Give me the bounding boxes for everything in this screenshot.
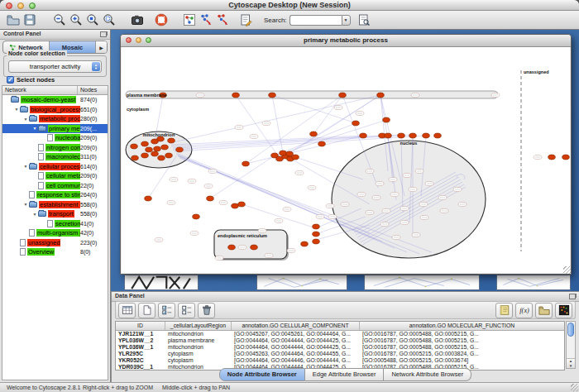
- nucleus-region[interactable]: [332, 141, 486, 258]
- network-node[interactable]: [154, 146, 161, 151]
- network-node[interactable]: [280, 151, 287, 155]
- zoom-fit-button[interactable]: [101, 12, 117, 28]
- network-view-titlebar[interactable]: primary metabolic process: [121, 35, 571, 47]
- background-window-thumbnail[interactable]: [124, 275, 199, 290]
- network-node[interactable]: [207, 196, 214, 201]
- expand-icon[interactable]: ▼: [22, 164, 29, 169]
- unselect-attributes-button[interactable]: [178, 303, 195, 318]
- table-row[interactable]: YLR295Ccytoplasm[GO:0045263, GO:0044464,…: [116, 351, 564, 357]
- network-edge[interactable]: [280, 95, 380, 159]
- window-titlebar[interactable]: Cytoscape Desktop (New Session): [0, 0, 579, 11]
- table-row[interactable]: YPL036W__1mitochondrion[GO:0044464, GO:0…: [116, 344, 564, 351]
- scrollbar-arrows[interactable]: ▲▼: [567, 358, 575, 368]
- tab-edge-attribute-browser[interactable]: Edge Attribute Browser: [305, 368, 385, 381]
- network-node[interactable]: [360, 133, 367, 138]
- select-nodes-checkbox[interactable]: ✓: [7, 76, 14, 84]
- more-tabs-button[interactable]: ▶: [96, 41, 107, 53]
- tree-row-transport[interactable]: ▼transport558(0): [2, 209, 108, 219]
- network-node[interactable]: [398, 133, 405, 138]
- zoom-view-icon[interactable]: [146, 37, 151, 43]
- delete-attribute-button[interactable]: [198, 303, 215, 318]
- network-node[interactable]: [193, 214, 200, 219]
- network-node[interactable]: [409, 133, 417, 138]
- search-options-button[interactable]: [356, 12, 372, 28]
- network-node[interactable]: [145, 196, 152, 201]
- network-node[interactable]: [562, 155, 570, 160]
- column-header[interactable]: _cellularLayoutRegion: [165, 322, 232, 330]
- network-node[interactable]: [269, 93, 276, 98]
- zoom-selected-button[interactable]: [84, 12, 101, 28]
- tree-row-response-to-stimulu[interactable]: response to stimulu264(0): [2, 190, 108, 200]
- network-node[interactable]: [131, 144, 138, 149]
- help-button[interactable]: [153, 12, 170, 28]
- table-scrollbar[interactable]: ▲▼: [566, 321, 576, 369]
- float-data-panel-icon[interactable]: [569, 294, 576, 299]
- background-window-thumbnail[interactable]: [256, 275, 347, 290]
- float-panel-icon[interactable]: [100, 31, 107, 37]
- import-attributes-button[interactable]: [535, 303, 553, 318]
- tree-row-biological-process[interactable]: ▼biological_process651(0): [2, 105, 108, 115]
- zoom-in-button[interactable]: [68, 12, 84, 28]
- network-node[interactable]: [318, 141, 326, 146]
- annotation-button[interactable]: [237, 12, 254, 28]
- plasma-membrane-region[interactable]: [126, 91, 498, 98]
- save-button[interactable]: [22, 12, 38, 28]
- tree-row-primary-metabo[interactable]: ▼primary metabo209(...: [2, 124, 108, 134]
- network-node[interactable]: [146, 147, 153, 152]
- network-node[interactable]: [383, 117, 390, 122]
- network-node[interactable]: [301, 241, 309, 246]
- minimize-view-icon[interactable]: [136, 37, 141, 43]
- network-node[interactable]: [313, 232, 320, 237]
- background-window-thumbnail[interactable]: [496, 275, 571, 290]
- network-node[interactable]: [548, 155, 556, 160]
- network-node[interactable]: [232, 93, 240, 98]
- network-node[interactable]: [232, 203, 239, 208]
- tab-node-attribute-browser[interactable]: Node Attribute Browser: [219, 368, 305, 381]
- network-node[interactable]: [132, 155, 139, 160]
- tree-header-network[interactable]: Network: [2, 86, 78, 94]
- network-node[interactable]: [165, 153, 173, 158]
- column-header[interactable]: annotation.GO CELLULAR_COMPONENT: [232, 322, 360, 330]
- network-node[interactable]: [161, 145, 169, 150]
- tree-header-nodes[interactable]: Nodes: [78, 86, 108, 94]
- tree-row-establishment-of-lo[interactable]: ▼establishment of lo558(0): [2, 200, 108, 210]
- network-edge[interactable]: [170, 95, 380, 143]
- network-node[interactable]: [168, 138, 175, 143]
- tab-network-attribute-browser[interactable]: Network Attribute Browser: [384, 368, 471, 381]
- network-node[interactable]: [242, 161, 250, 166]
- table-row[interactable]: YKR052Ccytoplasm[GO:0044464, GO:0044446,…: [116, 357, 564, 364]
- network-from-table-button[interactable]: [214, 12, 231, 28]
- snapshot-button[interactable]: [129, 12, 146, 28]
- tree-row-multi-organism-pro[interactable]: multi-organism pro42(0): [2, 228, 108, 238]
- app-resize-grip[interactable]: [571, 384, 578, 391]
- tree-row-metabolic-process[interactable]: ▼metabolic process280(0): [2, 114, 108, 124]
- network-view-window[interactable]: primary metabolic process plasma membran…: [120, 34, 572, 275]
- network-node[interactable]: [176, 147, 184, 152]
- tree-row-nitrogen-compo[interactable]: nitrogen compo209(0): [2, 143, 108, 153]
- open-file-button[interactable]: [5, 12, 22, 28]
- close-view-icon[interactable]: [126, 37, 132, 43]
- network-edge[interactable]: [242, 204, 316, 228]
- notes-button[interactable]: [495, 303, 513, 318]
- network-node[interactable]: [228, 245, 236, 250]
- window-resize-grip[interactable]: [563, 266, 571, 274]
- network-node[interactable]: [251, 245, 258, 250]
- zoom-out-button[interactable]: [51, 12, 68, 28]
- search-dropdown-icon[interactable]: ▼: [342, 15, 351, 26]
- network-node[interactable]: [141, 153, 149, 158]
- network-node[interactable]: [434, 133, 442, 138]
- tree-row-unassigned[interactable]: unassigned223(0): [2, 238, 108, 248]
- table-row[interactable]: YPL036W__2plasma membrane[GO:0044464, GO…: [116, 337, 564, 344]
- tree-row-secretion[interactable]: secretion41(0): [2, 219, 108, 229]
- attribute-select-button[interactable]: [118, 303, 136, 318]
- node-color-dropdown[interactable]: transporter activity ▲▼: [8, 60, 102, 73]
- tree-row-overview[interactable]: Overview8(0): [2, 247, 108, 257]
- create-attribute-button[interactable]: [138, 303, 156, 318]
- network-node[interactable]: [238, 202, 246, 207]
- network-node[interactable]: [423, 133, 430, 138]
- column-header[interactable]: annotation.GO MOLECULAR_FUNCTION: [360, 322, 565, 330]
- network-node[interactable]: [313, 239, 320, 244]
- network-node[interactable]: [151, 151, 159, 156]
- tree-row-cell-communicat[interactable]: cell communicat22(0): [2, 181, 108, 191]
- tree-row-macromolecule[interactable]: macromolecule311(0): [2, 152, 108, 162]
